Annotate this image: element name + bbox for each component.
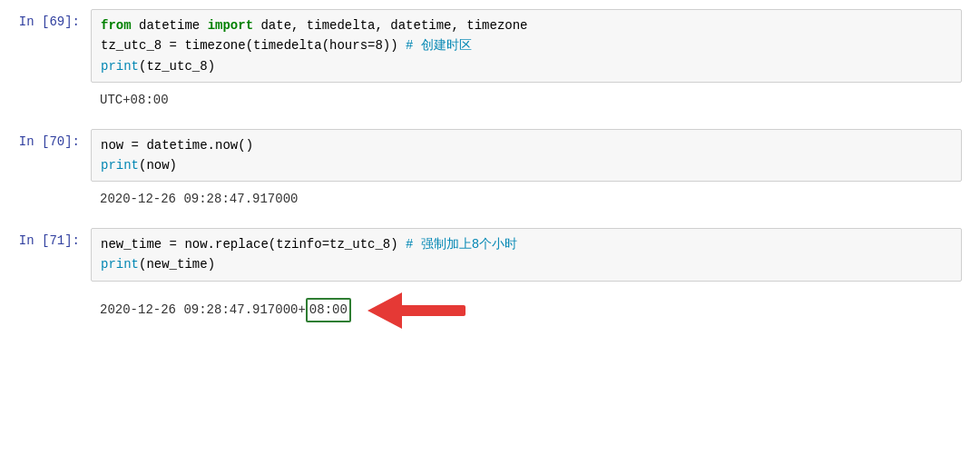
comment-text: # 创建时区 <box>406 38 472 53</box>
keyword-print: print <box>101 59 139 74</box>
cell-69-line-2: tz_utc_8 = timezone(timedelta(hours=8)) … <box>101 35 952 55</box>
plain-text: datetime <box>132 18 208 33</box>
cell-70-input-row: In [70]: now = datetime.now() print(now) <box>0 129 980 183</box>
cell-69-input-row: In [69]: from datetime import date, time… <box>0 9 980 83</box>
cell-71-output: 2020-12-26 09:28:47.917000+08:00 <box>0 285 980 336</box>
cell-70-line-1: now = datetime.now() <box>101 135 952 155</box>
cell-69-output-text: UTC+08:00 <box>91 86 169 114</box>
output-before-highlight: 2020-12-26 09:28:47.917000+ <box>100 300 306 320</box>
cell-69-input[interactable]: from datetime import date, timedelta, da… <box>91 9 962 83</box>
cell-69-line-1: from datetime import date, timedelta, da… <box>101 15 952 35</box>
cell-70-output-text: 2020-12-26 09:28:47.917000 <box>91 185 298 213</box>
plain-text: (new_time) <box>139 257 215 272</box>
output-71-row: 2020-12-26 09:28:47.917000+08:00 <box>100 289 485 332</box>
red-arrow-icon <box>368 289 485 332</box>
cell-71-label: In [71]: <box>0 228 91 248</box>
red-arrow-container <box>368 289 485 332</box>
plain-text: date, timedelta, datetime, timezone <box>253 18 527 33</box>
keyword-import: import <box>208 18 253 33</box>
notebook: In [69]: from datetime import date, time… <box>0 0 980 360</box>
cell-71-line-1: new_time = now.replace(tzinfo=tz_utc_8) … <box>101 234 952 254</box>
keyword-print: print <box>101 257 139 272</box>
cell-69-output: UTC+08:00 <box>0 86 980 114</box>
comment-text: # 强制加上8个小时 <box>406 237 517 252</box>
cell-70-line-2: print(now) <box>101 155 952 175</box>
cell-70: In [70]: now = datetime.now() print(now)… <box>0 129 980 228</box>
cell-71-output-text: 2020-12-26 09:28:47.917000+08:00 <box>91 285 485 336</box>
cell-70-label: In [70]: <box>0 129 91 149</box>
plain-text: (tz_utc_8) <box>139 59 215 74</box>
svg-marker-1 <box>368 292 402 329</box>
cell-69: In [69]: from datetime import date, time… <box>0 9 980 129</box>
cell-69-label: In [69]: <box>0 9 91 29</box>
keyword-from: from <box>101 18 132 33</box>
cell-71-input[interactable]: new_time = now.replace(tzinfo=tz_utc_8) … <box>91 228 962 282</box>
cell-71-line-2: print(new_time) <box>101 254 952 274</box>
svg-rect-0 <box>395 305 466 316</box>
cell-71-input-row: In [71]: new_time = now.replace(tzinfo=t… <box>0 228 980 282</box>
plain-text: new_time = now.replace(tzinfo=tz_utc_8) <box>101 237 406 252</box>
output-highlight-box: 08:00 <box>306 298 351 322</box>
keyword-print: print <box>101 158 139 173</box>
plain-text: now = datetime.now() <box>101 138 253 153</box>
plain-text: (now) <box>139 158 177 173</box>
plain-text: tz_utc_8 = timezone(timedelta(hours=8)) <box>101 38 406 53</box>
cell-70-output: 2020-12-26 09:28:47.917000 <box>0 185 980 213</box>
cell-69-line-3: print(tz_utc_8) <box>101 56 952 76</box>
cell-70-input[interactable]: now = datetime.now() print(now) <box>91 129 962 183</box>
cell-71: In [71]: new_time = now.replace(tzinfo=t… <box>0 228 980 351</box>
